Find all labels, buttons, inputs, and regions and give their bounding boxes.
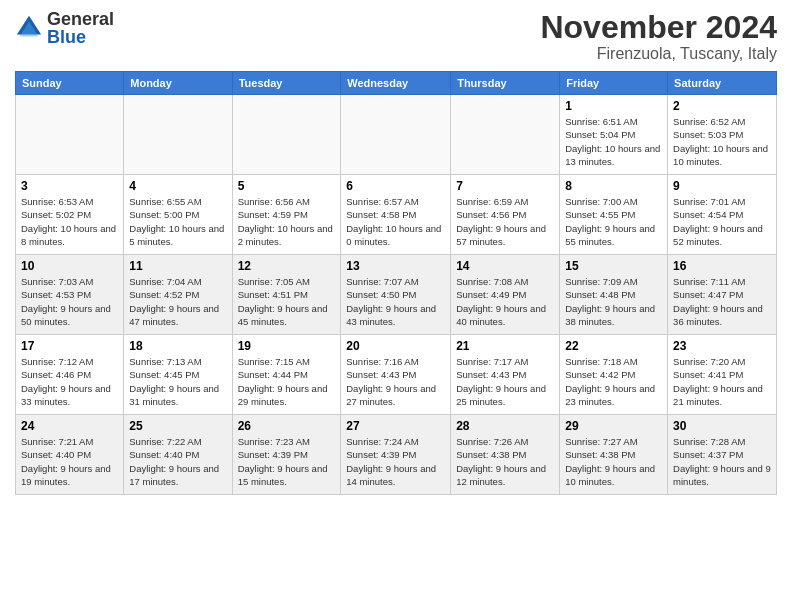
day-info: Sunrise: 6:55 AM Sunset: 5:00 PM Dayligh…	[129, 195, 226, 248]
day-number: 26	[238, 419, 336, 433]
calendar-cell: 23Sunrise: 7:20 AM Sunset: 4:41 PM Dayli…	[668, 335, 777, 415]
calendar-cell: 4Sunrise: 6:55 AM Sunset: 5:00 PM Daylig…	[124, 175, 232, 255]
calendar-cell: 20Sunrise: 7:16 AM Sunset: 4:43 PM Dayli…	[341, 335, 451, 415]
day-info: Sunrise: 7:04 AM Sunset: 4:52 PM Dayligh…	[129, 275, 226, 328]
day-info: Sunrise: 6:53 AM Sunset: 5:02 PM Dayligh…	[21, 195, 118, 248]
day-info: Sunrise: 7:08 AM Sunset: 4:49 PM Dayligh…	[456, 275, 554, 328]
day-info: Sunrise: 7:28 AM Sunset: 4:37 PM Dayligh…	[673, 435, 771, 488]
calendar-cell: 28Sunrise: 7:26 AM Sunset: 4:38 PM Dayli…	[451, 415, 560, 495]
calendar-cell: 21Sunrise: 7:17 AM Sunset: 4:43 PM Dayli…	[451, 335, 560, 415]
day-info: Sunrise: 7:24 AM Sunset: 4:39 PM Dayligh…	[346, 435, 445, 488]
day-info: Sunrise: 6:51 AM Sunset: 5:04 PM Dayligh…	[565, 115, 662, 168]
calendar-week-4: 24Sunrise: 7:21 AM Sunset: 4:40 PM Dayli…	[16, 415, 777, 495]
calendar-cell: 2Sunrise: 6:52 AM Sunset: 5:03 PM Daylig…	[668, 95, 777, 175]
calendar-cell: 6Sunrise: 6:57 AM Sunset: 4:58 PM Daylig…	[341, 175, 451, 255]
weekday-header-tuesday: Tuesday	[232, 72, 341, 95]
calendar-cell	[16, 95, 124, 175]
day-info: Sunrise: 7:07 AM Sunset: 4:50 PM Dayligh…	[346, 275, 445, 328]
day-number: 30	[673, 419, 771, 433]
day-number: 16	[673, 259, 771, 273]
day-number: 9	[673, 179, 771, 193]
logo-icon	[15, 14, 43, 42]
location-subtitle: Firenzuola, Tuscany, Italy	[540, 45, 777, 63]
day-number: 10	[21, 259, 118, 273]
day-info: Sunrise: 7:22 AM Sunset: 4:40 PM Dayligh…	[129, 435, 226, 488]
day-info: Sunrise: 6:52 AM Sunset: 5:03 PM Dayligh…	[673, 115, 771, 168]
calendar-cell: 30Sunrise: 7:28 AM Sunset: 4:37 PM Dayli…	[668, 415, 777, 495]
page-container: General Blue November 2024 Firenzuola, T…	[0, 0, 792, 500]
calendar-cell: 16Sunrise: 7:11 AM Sunset: 4:47 PM Dayli…	[668, 255, 777, 335]
calendar-header-row: SundayMondayTuesdayWednesdayThursdayFrid…	[16, 72, 777, 95]
calendar-cell: 22Sunrise: 7:18 AM Sunset: 4:42 PM Dayli…	[560, 335, 668, 415]
day-number: 13	[346, 259, 445, 273]
day-number: 25	[129, 419, 226, 433]
day-number: 4	[129, 179, 226, 193]
day-info: Sunrise: 7:05 AM Sunset: 4:51 PM Dayligh…	[238, 275, 336, 328]
day-info: Sunrise: 7:13 AM Sunset: 4:45 PM Dayligh…	[129, 355, 226, 408]
day-info: Sunrise: 7:03 AM Sunset: 4:53 PM Dayligh…	[21, 275, 118, 328]
day-number: 18	[129, 339, 226, 353]
day-number: 23	[673, 339, 771, 353]
calendar-cell: 13Sunrise: 7:07 AM Sunset: 4:50 PM Dayli…	[341, 255, 451, 335]
day-info: Sunrise: 7:23 AM Sunset: 4:39 PM Dayligh…	[238, 435, 336, 488]
calendar-cell: 14Sunrise: 7:08 AM Sunset: 4:49 PM Dayli…	[451, 255, 560, 335]
calendar-cell: 3Sunrise: 6:53 AM Sunset: 5:02 PM Daylig…	[16, 175, 124, 255]
day-number: 28	[456, 419, 554, 433]
day-number: 5	[238, 179, 336, 193]
day-number: 14	[456, 259, 554, 273]
day-number: 22	[565, 339, 662, 353]
day-number: 2	[673, 99, 771, 113]
weekday-header-wednesday: Wednesday	[341, 72, 451, 95]
calendar-cell: 1Sunrise: 6:51 AM Sunset: 5:04 PM Daylig…	[560, 95, 668, 175]
day-info: Sunrise: 7:09 AM Sunset: 4:48 PM Dayligh…	[565, 275, 662, 328]
calendar-week-3: 17Sunrise: 7:12 AM Sunset: 4:46 PM Dayli…	[16, 335, 777, 415]
day-number: 3	[21, 179, 118, 193]
day-number: 7	[456, 179, 554, 193]
day-number: 17	[21, 339, 118, 353]
day-info: Sunrise: 7:21 AM Sunset: 4:40 PM Dayligh…	[21, 435, 118, 488]
day-info: Sunrise: 7:20 AM Sunset: 4:41 PM Dayligh…	[673, 355, 771, 408]
day-info: Sunrise: 7:15 AM Sunset: 4:44 PM Dayligh…	[238, 355, 336, 408]
day-number: 27	[346, 419, 445, 433]
calendar-cell: 18Sunrise: 7:13 AM Sunset: 4:45 PM Dayli…	[124, 335, 232, 415]
weekday-header-monday: Monday	[124, 72, 232, 95]
calendar-cell: 10Sunrise: 7:03 AM Sunset: 4:53 PM Dayli…	[16, 255, 124, 335]
calendar-table: SundayMondayTuesdayWednesdayThursdayFrid…	[15, 71, 777, 495]
day-info: Sunrise: 7:11 AM Sunset: 4:47 PM Dayligh…	[673, 275, 771, 328]
day-number: 6	[346, 179, 445, 193]
day-number: 11	[129, 259, 226, 273]
calendar-cell: 8Sunrise: 7:00 AM Sunset: 4:55 PM Daylig…	[560, 175, 668, 255]
calendar-cell	[341, 95, 451, 175]
day-info: Sunrise: 7:12 AM Sunset: 4:46 PM Dayligh…	[21, 355, 118, 408]
logo-blue-text: Blue	[47, 27, 86, 47]
day-info: Sunrise: 6:57 AM Sunset: 4:58 PM Dayligh…	[346, 195, 445, 248]
calendar-week-0: 1Sunrise: 6:51 AM Sunset: 5:04 PM Daylig…	[16, 95, 777, 175]
day-info: Sunrise: 7:18 AM Sunset: 4:42 PM Dayligh…	[565, 355, 662, 408]
weekday-header-thursday: Thursday	[451, 72, 560, 95]
logo: General Blue	[15, 10, 114, 46]
day-number: 1	[565, 99, 662, 113]
calendar-cell	[124, 95, 232, 175]
calendar-cell: 12Sunrise: 7:05 AM Sunset: 4:51 PM Dayli…	[232, 255, 341, 335]
day-info: Sunrise: 7:27 AM Sunset: 4:38 PM Dayligh…	[565, 435, 662, 488]
day-info: Sunrise: 6:56 AM Sunset: 4:59 PM Dayligh…	[238, 195, 336, 248]
day-info: Sunrise: 7:00 AM Sunset: 4:55 PM Dayligh…	[565, 195, 662, 248]
calendar-cell: 25Sunrise: 7:22 AM Sunset: 4:40 PM Dayli…	[124, 415, 232, 495]
day-number: 19	[238, 339, 336, 353]
calendar-cell: 9Sunrise: 7:01 AM Sunset: 4:54 PM Daylig…	[668, 175, 777, 255]
day-number: 15	[565, 259, 662, 273]
title-section: November 2024 Firenzuola, Tuscany, Italy	[540, 10, 777, 63]
day-info: Sunrise: 7:16 AM Sunset: 4:43 PM Dayligh…	[346, 355, 445, 408]
day-number: 21	[456, 339, 554, 353]
day-number: 12	[238, 259, 336, 273]
calendar-cell: 29Sunrise: 7:27 AM Sunset: 4:38 PM Dayli…	[560, 415, 668, 495]
header: General Blue November 2024 Firenzuola, T…	[15, 10, 777, 63]
calendar-cell: 26Sunrise: 7:23 AM Sunset: 4:39 PM Dayli…	[232, 415, 341, 495]
weekday-header-friday: Friday	[560, 72, 668, 95]
calendar-cell: 24Sunrise: 7:21 AM Sunset: 4:40 PM Dayli…	[16, 415, 124, 495]
month-title: November 2024	[540, 10, 777, 45]
calendar-cell: 17Sunrise: 7:12 AM Sunset: 4:46 PM Dayli…	[16, 335, 124, 415]
logo-general-text: General	[47, 9, 114, 29]
day-number: 20	[346, 339, 445, 353]
calendar-cell: 27Sunrise: 7:24 AM Sunset: 4:39 PM Dayli…	[341, 415, 451, 495]
